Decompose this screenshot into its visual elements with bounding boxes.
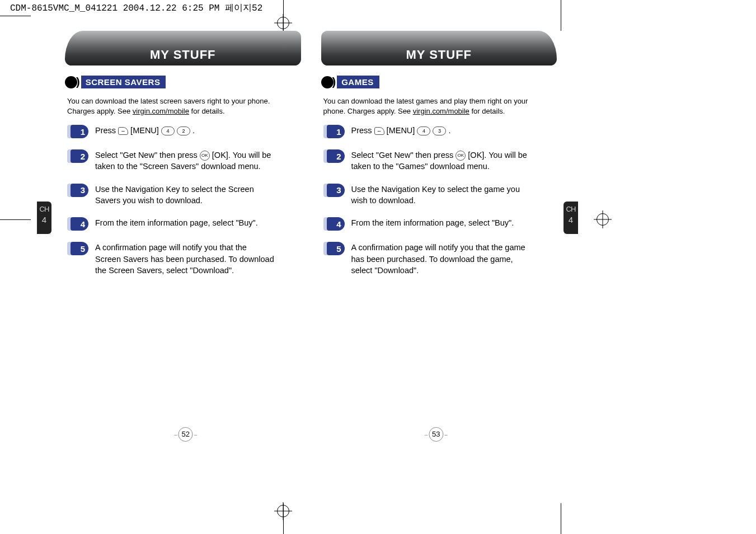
step: 2Select "Get New" then press OK [OK]. Yo… <box>323 149 557 172</box>
page-number-left: –52– <box>173 427 198 442</box>
step-number: 2 <box>71 149 88 163</box>
chapter-label: CH <box>564 205 578 214</box>
intro-post: for details. <box>189 107 225 115</box>
step-number: 1 <box>71 125 88 138</box>
ok-key-icon: OK <box>456 151 466 161</box>
manual-page-right: MY STUFF ) GAMES You can download the la… <box>311 31 562 428</box>
crop-mark <box>561 503 561 534</box>
step: 1Press – [MENU] 4 3 . <box>323 125 557 138</box>
chapter-thumb-tab-right: CH 4 <box>564 202 578 234</box>
step-text: Select "Get New" then press OK [OK]. You… <box>95 149 274 172</box>
section-label: GAMES <box>337 76 379 88</box>
paren-icon: ) <box>332 76 336 88</box>
step-number: 4 <box>327 217 345 231</box>
step-number: 5 <box>327 242 345 255</box>
step-text: A confirmation page will notify you that… <box>95 242 274 276</box>
step-number: 2 <box>327 149 345 163</box>
numkey-4-icon: 4 <box>417 127 430 135</box>
intro-text: You can download the latest games and pl… <box>323 96 536 116</box>
step: 3Use the Navigation Key to select the Sc… <box>67 184 301 207</box>
page-number-value: 53 <box>429 427 443 442</box>
step-number: 3 <box>327 184 345 197</box>
step: 4From the item information page, select … <box>67 217 301 231</box>
step: 2Select "Get New" then press OK [OK]. Yo… <box>67 149 301 172</box>
step-text: Press – [MENU] 4 3 . <box>351 125 451 136</box>
bullet-icon <box>65 76 77 88</box>
section-heading: ) SCREEN SAVERS <box>65 76 166 88</box>
paren-icon: ) <box>76 76 80 88</box>
intro-link[interactable]: virgin.com/mobile <box>413 107 469 115</box>
step-text: From the item information page, select "… <box>351 217 514 228</box>
step-text: From the item information page, select "… <box>95 217 258 228</box>
step-number: 3 <box>71 184 88 197</box>
chapter-thumb-tab-left: CH 4 <box>37 202 51 234</box>
manual-page-left: MY STUFF ) SCREEN SAVERS You can downloa… <box>60 31 311 428</box>
chapter-number: 4 <box>564 215 578 225</box>
bullet-icon <box>321 76 334 88</box>
crop-mark <box>561 0 561 31</box>
print-header: CDM-8615VMC_M_041221 2004.12.22 6:25 PM … <box>10 2 262 14</box>
step-text: Use the Navigation Key to select the gam… <box>351 184 530 207</box>
step-number: 5 <box>71 242 88 255</box>
step: 1Press – [MENU] 4 2 . <box>67 125 301 138</box>
step: 3Use the Navigation Key to select the ga… <box>323 184 557 207</box>
numkey-3-icon: 3 <box>433 127 446 135</box>
registration-mark-icon <box>277 505 289 517</box>
step-text: A confirmation page will notify you that… <box>351 242 530 276</box>
ok-key-icon: OK <box>200 151 210 161</box>
step-number: 1 <box>327 125 345 138</box>
crop-mark <box>0 16 31 16</box>
page-number-right: –53– <box>424 427 449 442</box>
intro-text: You can download the latest screen saver… <box>67 96 280 116</box>
step: 5A confirmation page will notify you tha… <box>67 242 301 276</box>
section-label: SCREEN SAVERS <box>81 76 166 88</box>
steps-list-right: 1Press – [MENU] 4 3 .2Select "Get New" t… <box>321 125 557 276</box>
crop-mark <box>0 219 31 220</box>
numkey-4-icon: 4 <box>161 127 175 135</box>
step-text: Press – [MENU] 4 2 . <box>95 125 195 136</box>
intro-post: for details. <box>469 107 505 115</box>
registration-mark-icon <box>277 17 289 29</box>
step-number: 4 <box>71 217 88 231</box>
section-heading: ) GAMES <box>321 76 379 88</box>
numkey-2-icon: 2 <box>177 127 190 135</box>
page-number-value: 52 <box>179 427 193 442</box>
step: 5A confirmation page will notify you tha… <box>323 242 557 276</box>
softkey-icon: – <box>374 127 384 135</box>
page-title: MY STUFF <box>321 31 557 65</box>
step-text: Select "Get New" then press OK [OK]. You… <box>351 149 530 172</box>
page-title: MY STUFF <box>65 31 301 65</box>
step-text: Use the Navigation Key to select the Scr… <box>95 184 274 207</box>
chapter-number: 4 <box>37 215 51 225</box>
step: 4From the item information page, select … <box>323 217 557 231</box>
registration-mark-icon <box>597 213 609 226</box>
intro-link[interactable]: virgin.com/mobile <box>133 107 189 115</box>
steps-list-left: 1Press – [MENU] 4 2 .2Select "Get New" t… <box>65 125 301 276</box>
softkey-icon: – <box>118 127 128 135</box>
chapter-label: CH <box>37 205 51 214</box>
